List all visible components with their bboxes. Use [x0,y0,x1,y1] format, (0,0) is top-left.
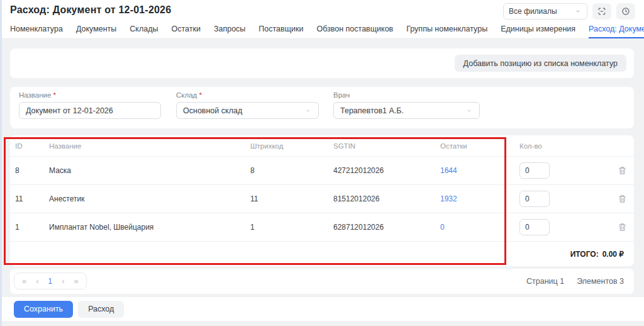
table-total-row: ИТОГО:0.00 ₽ [10,241,634,266]
cell-barcode: 1 [250,223,333,232]
header: Расход: Документ от 12-01-2026 Все филиа… [0,0,644,20]
col-header-stock: Остатки [440,142,519,150]
trash-icon [618,223,626,232]
expand-icon [597,6,607,16]
stock-link[interactable]: 0 [440,223,445,232]
warehouse-label: Склад * [176,91,319,99]
expense-document-page: Расход: Документ от 12-01-2026 Все филиа… [0,0,644,326]
positions-table: ID Название Штрихкод SGTIN Остатки Кол-в… [10,135,634,266]
header-controls: Все филиалы [503,3,635,20]
tab-zaprosy[interactable]: Запросы [214,20,245,38]
pagination: « ‹ 1 › » [14,273,87,289]
qty-input[interactable] [519,162,550,179]
col-header-sgtin: SGTIN [333,142,440,150]
total-label: ИТОГО: [570,250,599,259]
left-edge-strip [0,0,2,326]
tab-dokumenty[interactable]: Документы [76,20,116,38]
expand-button[interactable] [592,3,611,20]
trash-icon [618,194,626,203]
qty-input[interactable] [519,219,550,235]
history-button[interactable] [616,3,635,20]
qty-input[interactable] [519,191,550,207]
name-input[interactable] [19,102,161,119]
name-field-group: Название * [19,91,161,119]
tab-nomenklatura[interactable]: Номенклатура [10,20,63,38]
delete-row-button[interactable] [618,166,626,175]
tab-gruppy-nomenklatury[interactable]: Группы номенклатуры [406,20,487,38]
warehouse-select[interactable]: Основной склад [176,102,319,119]
save-button[interactable]: Сохранить [14,301,73,318]
delete-row-button[interactable] [618,223,626,232]
branch-filter-value: Все филиалы [509,7,557,16]
tab-sklady[interactable]: Склады [130,20,158,38]
cell-barcode: 11 [250,194,333,203]
chevron-down-icon [465,107,473,115]
doctor-select[interactable]: Терапевтов1 А.Б. [333,102,480,119]
col-header-name: Название [49,142,250,150]
footer-actions: Сохранить Расход [0,297,644,321]
delete-row-button[interactable] [618,194,626,203]
add-position-button[interactable]: Добавить позицию из списка номенклатур [455,55,626,72]
trash-icon [618,166,626,175]
tab-postavshchiki[interactable]: Поставщики [258,20,303,38]
cell-sgtin: 427212012026 [333,166,440,175]
doctor-field-group: Врач Терапевтов1 А.Б. [333,91,480,119]
first-page-button[interactable]: « [22,277,26,285]
table-header-row: ID Название Штрихкод SGTIN Остатки Кол-в… [10,135,634,156]
total: ИТОГО:0.00 ₽ [10,250,634,259]
last-page-button[interactable]: » [74,277,79,285]
col-header-barcode: Штрихкод [250,142,333,150]
clock-icon [621,6,631,16]
pagination-panel: « ‹ 1 › » Страниц 1 Элементов 3 [10,269,634,294]
table-row: 11 Анестетик 11 81512012026 1932 [10,184,634,213]
doctor-value: Терапевтов1 А.Б. [340,106,404,115]
tab-obzvon-postavshchikov[interactable]: Обзвон поставщиков [316,20,393,38]
document-form: Название * Склад * Основной склад Врач Т… [10,87,634,128]
tab-edinicy-izmereniya[interactable]: Единицы измерения [501,20,575,38]
cell-name: Имплантат Nobel, Швейцария [49,223,250,232]
cell-sgtin: 628712012026 [333,223,440,232]
pagination-info: Страниц 1 Элементов 3 [526,269,624,294]
current-page[interactable]: 1 [48,278,53,285]
items-count: Элементов 3 [577,277,624,286]
stock-link[interactable]: 1932 [440,194,457,203]
cell-id: 8 [10,166,49,175]
cell-barcode: 8 [250,166,333,175]
doctor-label: Врач [333,91,480,99]
page-title: Расход: Документ от 12-01-2026 [10,4,171,16]
chevron-down-icon [304,107,312,115]
total-value: 0.00 ₽ [602,250,624,259]
cell-id: 11 [10,194,49,203]
branch-filter-select[interactable]: Все филиалы [503,3,587,20]
required-mark: * [53,91,56,99]
warehouse-value: Основной склад [183,106,242,115]
tab-rashod-dokument[interactable]: Расход: Документ от 12-01-2026 [589,20,644,38]
col-header-qty: Кол-во [519,142,614,150]
table-row: 1 Имплантат Nobel, Швейцария 1 628712012… [10,213,634,241]
expense-button[interactable]: Расход [78,301,124,318]
chevron-down-icon [574,8,582,15]
table-row: 8 Маска 8 427212012026 1644 [10,156,634,184]
next-page-button[interactable]: › [62,277,64,285]
stock-link[interactable]: 1644 [440,166,457,175]
prev-page-button[interactable]: ‹ [36,277,38,285]
cell-id: 1 [10,223,49,232]
cell-name: Анестетик [49,194,250,203]
tab-ostatki[interactable]: Остатки [172,20,201,38]
cell-sgtin: 81512012026 [333,194,440,203]
name-label: Название * [19,91,161,99]
pages-count: Страниц 1 [526,277,564,286]
col-header-id: ID [10,142,49,150]
warehouse-field-group: Склад * Основной склад [176,91,319,119]
cell-name: Маска [49,166,250,175]
tab-bar: Номенклатура Документы Склады Остатки За… [0,20,644,39]
required-mark: * [199,91,202,99]
add-position-panel: Добавить позицию из списка номенклатур [10,48,634,78]
